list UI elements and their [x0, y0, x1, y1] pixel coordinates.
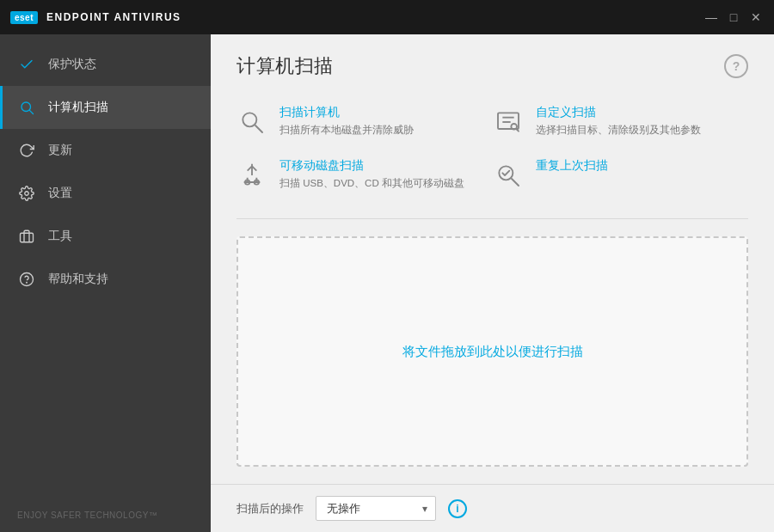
sidebar-label-protection-status: 保护状态: [48, 57, 96, 72]
svg-point-2: [25, 192, 29, 196]
sidebar-label-settings: 设置: [48, 186, 72, 201]
scan-options-grid: 扫描计算机 扫描所有本地磁盘并清除威胁 自定义扫描: [211, 95, 774, 218]
scan-option-custom[interactable]: 自定义扫描 选择扫描目标、清除级别及其他参数: [493, 95, 749, 148]
repeat-scan-icon: [493, 160, 524, 191]
svg-rect-8: [498, 113, 519, 129]
svg-line-7: [255, 125, 262, 132]
content-header: 计算机扫描 ?: [211, 34, 774, 95]
sidebar-item-tools[interactable]: 工具: [0, 215, 211, 258]
content-area: 计算机扫描 ? 扫描计算机 扫描所有本地磁盘并清除威胁: [211, 34, 774, 532]
svg-point-15: [499, 166, 513, 180]
drop-zone[interactable]: 将文件拖放到此处以便进行扫描: [236, 236, 748, 467]
after-scan-label: 扫描后的操作: [236, 501, 304, 517]
close-button[interactable]: ✕: [748, 9, 764, 25]
bottom-bar: 扫描后的操作 无操作 关机 睡眠 ▾ i: [211, 484, 774, 532]
custom-scan-desc: 选择扫描目标、清除级别及其他参数: [536, 123, 701, 137]
sidebar-label-tools: 工具: [48, 229, 72, 244]
svg-rect-3: [21, 233, 34, 242]
removable-scan-desc: 扫描 USB、DVD、CD 和其他可移动磁盘: [280, 176, 464, 190]
sidebar-footer: ENJOY SAFER TECHNOLOGY™: [0, 498, 211, 532]
after-scan-select-wrapper: 无操作 关机 睡眠 ▾: [316, 496, 436, 521]
title-bar: eset ENDPOINT ANTIVIRUS — □ ✕: [0, 0, 774, 34]
briefcase-icon: [17, 227, 36, 246]
info-button[interactable]: i: [448, 499, 467, 518]
sidebar: 保护状态 计算机扫描 更新 设置 工具: [0, 34, 211, 532]
drop-zone-text: 将文件拖放到此处以便进行扫描: [402, 344, 583, 360]
scan-computer-icon: [236, 107, 267, 138]
gear-icon: [17, 184, 36, 203]
scan-option-computer-text: 扫描计算机 扫描所有本地磁盘并清除威胁: [280, 105, 414, 137]
svg-point-4: [21, 273, 34, 286]
svg-line-1: [29, 110, 33, 113]
window-controls: — □ ✕: [703, 9, 764, 25]
drop-zone-wrapper: 将文件拖放到此处以便进行扫描: [211, 219, 774, 484]
sidebar-label-update: 更新: [48, 143, 72, 158]
page-title: 计算机扫描: [236, 53, 334, 79]
scan-option-computer[interactable]: 扫描计算机 扫描所有本地磁盘并清除威胁: [236, 95, 493, 148]
custom-scan-title: 自定义扫描: [536, 105, 701, 120]
minimize-button[interactable]: —: [703, 9, 719, 25]
scan-option-repeat-text: 重复上次扫描: [536, 158, 608, 176]
sidebar-item-protection-status[interactable]: 保护状态: [0, 43, 211, 86]
sidebar-label-computer-scan: 计算机扫描: [48, 100, 108, 115]
custom-scan-icon: [493, 107, 524, 138]
eset-logo: eset: [10, 11, 38, 24]
search-icon: [17, 98, 36, 117]
scan-option-repeat[interactable]: 重复上次扫描: [493, 148, 749, 201]
after-scan-select[interactable]: 无操作 关机 睡眠: [316, 496, 436, 521]
sidebar-item-computer-scan[interactable]: 计算机扫描: [0, 86, 211, 129]
sidebar-item-help[interactable]: 帮助和支持: [0, 258, 211, 301]
app-title: ENDPOINT ANTIVIRUS: [46, 11, 181, 23]
repeat-scan-title: 重复上次扫描: [536, 158, 608, 174]
maximize-button[interactable]: □: [726, 9, 741, 25]
removable-scan-icon: [236, 160, 267, 191]
help-circle-icon: [17, 270, 36, 289]
removable-scan-title: 可移动磁盘扫描: [280, 158, 464, 174]
help-button[interactable]: ?: [724, 54, 748, 78]
svg-line-16: [512, 179, 519, 186]
title-bar-left: eset ENDPOINT ANTIVIRUS: [10, 11, 181, 24]
sidebar-label-help: 帮助和支持: [48, 272, 108, 287]
scan-option-removable[interactable]: 可移动磁盘扫描 扫描 USB、DVD、CD 和其他可移动磁盘: [236, 148, 493, 201]
sidebar-item-update[interactable]: 更新: [0, 129, 211, 172]
scan-option-custom-text: 自定义扫描 选择扫描目标、清除级别及其他参数: [536, 105, 701, 137]
sidebar-item-settings[interactable]: 设置: [0, 172, 211, 215]
scan-computer-desc: 扫描所有本地磁盘并清除威胁: [280, 123, 414, 137]
scan-option-removable-text: 可移动磁盘扫描 扫描 USB、DVD、CD 和其他可移动磁盘: [280, 158, 464, 190]
refresh-icon: [17, 141, 36, 160]
app-body: 保护状态 计算机扫描 更新 设置 工具: [0, 34, 774, 532]
svg-point-6: [243, 113, 256, 126]
check-icon: [17, 55, 36, 74]
scan-computer-title: 扫描计算机: [280, 105, 414, 120]
